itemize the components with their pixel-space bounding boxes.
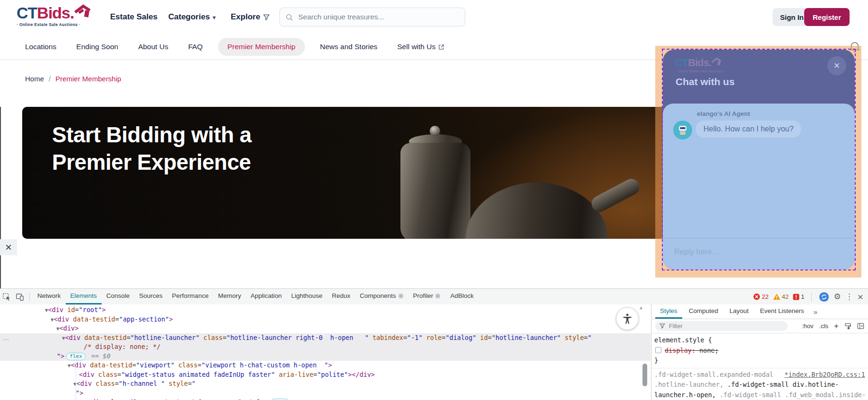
class-toggle[interactable]: .cls — [819, 322, 829, 330]
breadcrumb-home[interactable]: Home — [25, 75, 44, 83]
devtools-tab-redux[interactable]: Redux — [327, 289, 355, 304]
tree-indent-guide — [76, 357, 76, 400]
chat-body: elango's AI Agent Hello. How can I help … — [663, 104, 855, 238]
elements-tree-row-10[interactable]: ▼<div class="home-content not-home-page … — [0, 398, 651, 400]
chat-header: CTBids. · Online Estate Sale Auctions · … — [663, 50, 855, 104]
devtools-tab-lighthouse[interactable]: Lighthouse — [286, 289, 327, 304]
scroll-up-arrow[interactable]: ▲ — [639, 305, 643, 310]
console-errors-badge[interactable]: 22 — [753, 293, 768, 300]
dismiss-close-button[interactable]: × — [0, 239, 17, 255]
devtools-toolbar: NetworkElementsConsoleSourcesPerformance… — [0, 289, 868, 305]
filter-funnel-icon — [263, 14, 270, 21]
elements-tree-row-7[interactable]: <div class="widget-status animated fadeI… — [0, 370, 651, 380]
devtools-tab-memory[interactable]: Memory — [213, 289, 246, 304]
elements-tree-row-2[interactable]: ▼<div> — [0, 324, 651, 333]
devtools-panel: NetworkElementsConsoleSourcesPerformance… — [0, 288, 868, 400]
color-format-icon[interactable] — [844, 322, 851, 330]
react-icon — [435, 293, 441, 299]
breadcrumb-current[interactable]: Premier Membership — [55, 75, 121, 83]
devtools-tab-sources[interactable]: Sources — [134, 289, 167, 304]
left-edge-line — [0, 107, 1, 288]
elements-tree-row-0[interactable]: ▼<div id="root"> — [0, 305, 651, 315]
console-warnings-badge[interactable]: 42 — [773, 293, 789, 300]
devtools-tab-elements[interactable]: Elements — [66, 289, 102, 304]
elements-tree-row-6[interactable]: ▼<div data-testid="viewport" class="view… — [0, 361, 651, 370]
elements-tree-row-8[interactable]: ▼<div class="h-channel " style=" — [0, 379, 651, 389]
chat-close-button[interactable]: × — [827, 56, 846, 75]
styles-rules: element.style { display: none; } .fd-wid… — [651, 333, 868, 400]
chat-reply-input[interactable] — [673, 247, 817, 257]
subnav-item-premier-membership[interactable]: Premier Membership — [218, 38, 305, 56]
rule-selector-line-2: launcher.h-open, .fd-widget-small .fd_we… — [654, 390, 865, 400]
elements-tree-row-9[interactable]: "> — [0, 389, 651, 398]
styles-tab-event-listeners[interactable]: Event Listeners — [755, 304, 809, 319]
filter-icon — [660, 323, 665, 329]
extension-sync-icon[interactable] — [819, 292, 829, 302]
devtools-tab-performance[interactable]: Performance — [167, 289, 213, 304]
element-style-rule: element.style { — [654, 335, 865, 346]
tree-row-menu-dots[interactable]: … — [3, 333, 10, 343]
inspect-element-icon[interactable] — [2, 292, 11, 302]
styles-filter-input[interactable] — [668, 322, 783, 330]
styles-tab-computed[interactable]: Computed — [684, 304, 723, 319]
chat-agent-name: elango's AI Agent — [697, 110, 750, 117]
devtools-tab-components[interactable]: Components — [355, 289, 408, 304]
hover-state-toggle[interactable]: :hov — [802, 322, 814, 330]
styles-filter-bar: :hov .cls + — [651, 319, 868, 333]
devtools-tab-console[interactable]: Console — [102, 289, 135, 304]
elements-tree-row-5[interactable]: ">flex == $0 — [0, 352, 651, 361]
devtools-close-icon[interactable]: × — [858, 292, 863, 302]
styles-panel: StylesComputedLayoutEvent Listeners» :ho… — [651, 304, 868, 400]
nav-explore[interactable]: Explore — [231, 0, 270, 34]
nav-categories[interactable]: Categories▾ — [168, 0, 216, 34]
accessibility-widget-button[interactable] — [616, 307, 639, 330]
styles-toggles: :hov .cls + — [802, 322, 864, 331]
subnav-item-about-us[interactable]: About Us — [138, 43, 168, 51]
rule-selector-line-1: .hotline-launcher, .fd-widget-small div.… — [654, 380, 865, 390]
subnav-item-news-and-stories[interactable]: News and Stories — [320, 43, 377, 51]
devtools-tab-adblock[interactable]: AdBlock — [445, 289, 478, 304]
search-input[interactable] — [297, 12, 459, 22]
chat-logo: CTBids. · Online Estate Sale Auctions · — [675, 57, 725, 73]
site-header: CTBids. · Online Estate Sale Auctions · … — [0, 0, 868, 35]
breadcrumb-separator: / — [49, 75, 51, 83]
elements-scrollbar-thumb[interactable] — [642, 364, 647, 386]
react-icon — [398, 293, 404, 299]
site-logo[interactable]: CTBids. · Online Estate Sale Auctions · — [17, 4, 97, 27]
elements-tree-row-3[interactable]: …▼<div data-testid="hotline-launcher" cl… — [0, 333, 651, 343]
chat-message-bubble: Hello. How can I help you? — [696, 121, 801, 138]
new-style-rule-button[interactable]: + — [834, 322, 839, 331]
elements-tree-panel: ▼<div id="root">▼<div data-testid="app-s… — [0, 304, 651, 400]
register-button[interactable]: Register — [804, 8, 850, 26]
devtools-tab-application[interactable]: Application — [246, 289, 286, 304]
robot-icon — [678, 125, 687, 135]
subnav-item-faq[interactable]: FAQ — [188, 43, 203, 51]
sidebar-toggle-icon[interactable] — [857, 322, 864, 330]
subnav-item-ending-soon[interactable]: Ending Soon — [76, 43, 118, 51]
rule-separator — [651, 368, 868, 368]
devtools-menu-icon[interactable]: ⋮ — [845, 292, 853, 302]
logo-house-gavel-icon — [74, 4, 91, 19]
nav-estate-sales[interactable]: Estate Sales — [110, 0, 157, 34]
stylesheet-source-link[interactable]: *index.Brb2QoRD.css:1 — [784, 370, 865, 380]
rule-selector-line-0: .fd-widget-small.expanded-modal*index.Br… — [654, 370, 865, 380]
styles-tab-styles[interactable]: Styles — [655, 304, 682, 319]
issues-badge[interactable]: 1 — [793, 293, 804, 300]
subnav-item-locations[interactable]: Locations — [25, 43, 56, 51]
subnav-item-sell-with-us[interactable]: Sell with Us — [397, 43, 444, 51]
search-icon — [286, 13, 293, 21]
elements-tree-row-4[interactable]: /* display: none; */ — [0, 342, 651, 352]
styles-filter-pill — [655, 321, 788, 331]
chat-logo-icon — [711, 57, 721, 67]
devtools-tab-network[interactable]: Network — [33, 289, 66, 304]
device-toolbar-icon[interactable] — [15, 292, 25, 302]
devtools-settings-icon[interactable]: ⚙ — [833, 292, 841, 302]
styles-tab-layout[interactable]: Layout — [725, 304, 754, 319]
property-checkbox[interactable] — [655, 347, 661, 353]
logo-tagline: · Online Estate Sale Auctions · — [17, 22, 97, 27]
styles-tabs-overflow[interactable]: » — [811, 308, 820, 316]
devtools-tab-profiler[interactable]: Profiler — [408, 289, 446, 304]
elements-tree-row-1[interactable]: ▼<div data-testid="app-section"> — [0, 315, 651, 324]
chat-input-area — [663, 238, 855, 270]
chat-agent-avatar — [673, 121, 692, 139]
